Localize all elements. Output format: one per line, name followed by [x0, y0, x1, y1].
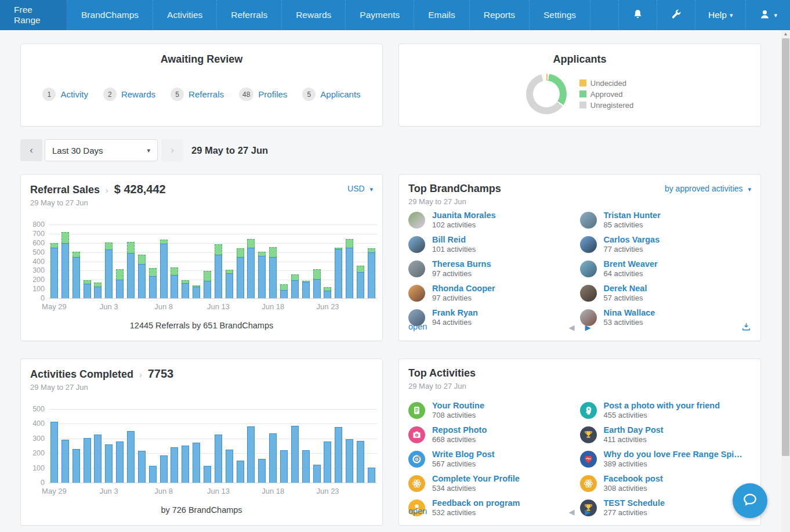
- activity-name-link[interactable]: Repost Photo: [432, 425, 487, 435]
- brandchamp-row: Tristan Hunter85 activities: [580, 211, 752, 229]
- activity-name-link[interactable]: Post a photo with your friend: [604, 400, 720, 411]
- nav-item-emails[interactable]: Emails: [414, 0, 470, 30]
- bar-segment-base: [105, 249, 113, 298]
- activity-name-link[interactable]: Earth Day Post: [604, 425, 664, 435]
- bar: [71, 449, 82, 483]
- bar-segment-additional: [215, 244, 222, 255]
- brandchamp-name-link[interactable]: Carlos Vargas: [604, 234, 660, 245]
- open-link[interactable]: open: [408, 506, 427, 516]
- activity-count: 668 activities: [432, 435, 487, 444]
- tools-button[interactable]: [657, 0, 695, 30]
- brandchamp-activity-count: 85 activities: [604, 220, 661, 230]
- scrollbar-thumb[interactable]: [782, 38, 789, 456]
- bar: [224, 270, 235, 298]
- nav-item-activities[interactable]: Activities: [153, 0, 217, 30]
- bar-segment-base: [280, 290, 288, 298]
- bar-segment-base: [226, 273, 233, 298]
- top-brandchamps-subtitle: 29 May to 27 Jun: [408, 197, 501, 206]
- bar-segment-activities: [193, 443, 200, 483]
- bar: [267, 433, 278, 483]
- brandchamp-name-link[interactable]: Bill Reid: [432, 234, 476, 245]
- x-axis-label: Jun 8: [154, 302, 173, 311]
- activity-name-link[interactable]: Your Routine: [432, 400, 484, 411]
- pager-previous-icon[interactable]: ◀: [569, 323, 575, 332]
- brandchamp-name-link[interactable]: Juanita Morales: [432, 210, 496, 220]
- chat-launcher-button[interactable]: [733, 483, 767, 518]
- nav-item-free-range[interactable]: Free Range: [0, 0, 67, 30]
- y-axis-label: 400: [32, 419, 45, 428]
- brandchamp-name-link[interactable]: Theresa Burns: [432, 259, 491, 269]
- awaiting-badge-rewards[interactable]: 2Rewards: [103, 88, 155, 101]
- bar-segment-additional: [313, 269, 321, 279]
- awaiting-badge-applicants[interactable]: 5Applicants: [302, 88, 360, 101]
- bar-segment-activities: [94, 435, 102, 483]
- open-link[interactable]: open: [408, 322, 427, 331]
- activity-name-link[interactable]: Complete Your Profile: [432, 473, 520, 484]
- bar-segment-activities: [357, 441, 364, 483]
- chevron-down-icon: ▾: [730, 12, 733, 19]
- scrollbar-up-icon[interactable]: ▲: [781, 31, 790, 37]
- nav-item-brandchamps[interactable]: BrandChamps: [67, 0, 153, 30]
- bar: [300, 281, 311, 298]
- bar: [344, 439, 355, 483]
- activity-count: 455 activities: [604, 411, 720, 420]
- sort-select[interactable]: by approved activities ▾: [665, 184, 751, 193]
- bell-icon: [632, 8, 644, 23]
- download-button[interactable]: [741, 322, 751, 334]
- nav-item-referrals[interactable]: Referrals: [217, 0, 282, 30]
- activity-row: Your Routine708 activities: [408, 401, 580, 419]
- nav-item-reports[interactable]: Reports: [470, 0, 530, 30]
- awaiting-badge-profiles[interactable]: 48Profiles: [239, 88, 287, 101]
- notifications-button[interactable]: [618, 0, 657, 30]
- atom-icon: [580, 475, 597, 492]
- activity-count: 567 activities: [432, 459, 495, 469]
- user-icon: [759, 8, 771, 23]
- x-axis-label: May 29: [42, 487, 67, 495]
- brandchamp-name-link[interactable]: Brent Weaver: [604, 259, 658, 269]
- photo-icon: [408, 426, 425, 443]
- bar-segment-activities: [138, 451, 146, 483]
- activity-row: Post a photo with your friend455 activit…: [580, 401, 752, 419]
- bar-segment-additional: [160, 240, 168, 244]
- pager-next-icon[interactable]: ▶: [585, 323, 591, 332]
- bar-segment-activities: [335, 427, 342, 483]
- date-range-select[interactable]: Last 30 Days ▾: [45, 139, 158, 161]
- brandchamp-name-link[interactable]: Derek Neal: [604, 283, 647, 294]
- currency-select[interactable]: USD ▾: [347, 184, 373, 193]
- brandchamp-name-link[interactable]: Nina Wallace: [604, 307, 655, 318]
- previous-period-button[interactable]: ‹: [20, 139, 42, 161]
- dashboard-screen: Free Range BrandChampsActivitiesReferral…: [0, 0, 790, 532]
- legend-label: Approved: [590, 90, 623, 99]
- help-menu[interactable]: Help ▾: [695, 0, 745, 30]
- awaiting-badge-referrals[interactable]: 5Referrals: [171, 88, 224, 101]
- bar: [213, 435, 224, 483]
- brandchamp-row: Derek Neal57 activities: [580, 284, 752, 302]
- nav-item-payments[interactable]: Payments: [346, 0, 414, 30]
- gridline: [49, 483, 377, 483]
- bar: [300, 450, 311, 483]
- pager-next-icon[interactable]: ▶: [585, 508, 591, 516]
- bar: [49, 243, 60, 298]
- activity-row: Facebook post308 activities: [580, 474, 752, 493]
- nav-item-settings[interactable]: Settings: [530, 0, 590, 30]
- bar: [125, 431, 136, 483]
- x-axis-label: May 29: [42, 302, 67, 311]
- scrollbar[interactable]: ▲: [781, 30, 790, 532]
- activity-name-link[interactable]: Why do you love Free Range Spi…: [604, 449, 742, 459]
- pager-previous-icon[interactable]: ◀: [569, 508, 575, 516]
- brandchamp-name-link[interactable]: Frank Ryan: [432, 307, 478, 318]
- activity-name-link[interactable]: Write Blog Post: [432, 449, 495, 459]
- bar: [366, 248, 377, 298]
- bar-segment-activities: [105, 444, 113, 483]
- brandchamp-name-link[interactable]: Rhonda Cooper: [432, 283, 495, 294]
- bar-segment-base: [193, 287, 200, 298]
- user-menu[interactable]: ▾: [745, 0, 790, 30]
- awaiting-badge-activity[interactable]: 1Activity: [42, 88, 88, 101]
- nav-item-rewards[interactable]: Rewards: [282, 0, 346, 30]
- activity-name-link[interactable]: Facebook post: [604, 473, 663, 484]
- bar: [82, 438, 93, 483]
- bar-segment-activities: [50, 422, 58, 483]
- bar-segment-base: [61, 243, 69, 298]
- brandchamp-name-link[interactable]: Tristan Hunter: [604, 210, 661, 220]
- next-period-button[interactable]: ›: [161, 139, 183, 161]
